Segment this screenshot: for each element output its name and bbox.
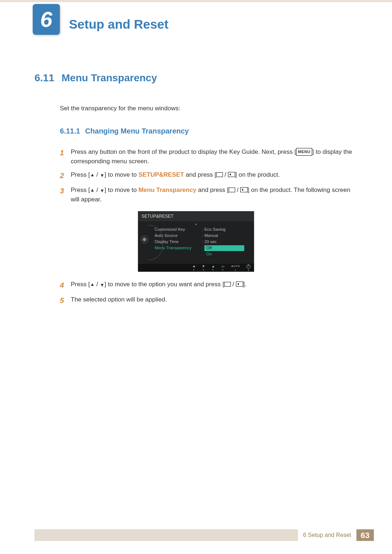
footer-page-number: 63 (356, 529, 374, 541)
osd-scroll-up-icon: ▲ (195, 222, 197, 226)
down-arrow-icon: ▼ (100, 172, 105, 179)
osd-footer: ◄▾ ▼▾ ▲▾ ▭▾ AUTO▾ ▾ (138, 264, 254, 272)
menu-button-icon: MENU (296, 148, 312, 156)
page-footer: 6 Setup and Reset 63 (34, 529, 374, 541)
step-text: Press [▲ / ▼] to move to SETUP&RESET and… (71, 170, 358, 181)
osd-option-off: Off (204, 245, 244, 251)
top-rule (0, 0, 392, 2)
down-arrow-icon: ▼ (100, 187, 105, 194)
subsection-title: Changing Menu Transparency (85, 127, 189, 135)
step-2: 2 Press [▲ / ▼] to move to SETUP&RESET a… (60, 170, 358, 181)
step-text: Press any button on the front of the pro… (71, 147, 358, 166)
steps-list: 1 Press any button on the front of the p… (60, 147, 358, 204)
up-arrow-icon: ▲ (90, 281, 95, 288)
step-5: 5 The selected option will be applied. (60, 295, 358, 306)
step-number: 2 (60, 170, 71, 181)
osd-power-icon: ▾ (246, 264, 250, 271)
osd-nav-back-icon: ◄▾ (192, 265, 195, 271)
section-title: Menu Transparency (62, 72, 157, 83)
subsection-number: 6.11.1 (60, 127, 80, 135)
gear-icon (141, 236, 148, 243)
enter-icon (240, 187, 248, 192)
step-text: The selected option will be applied. (71, 295, 358, 306)
section-intro: Set the transparency for the menu window… (60, 104, 358, 113)
osd-body: ▲ Customized Key Auto Source Display Tim… (138, 221, 254, 264)
step-1: 1 Press any button on the front of the p… (60, 147, 358, 166)
source-icon (216, 172, 223, 177)
chapter-title: Setup and Reset (69, 8, 392, 34)
page-content: 6.11Menu Transparency Set the transparen… (34, 70, 358, 306)
osd-nav-enter-icon: ▭▾ (221, 265, 225, 271)
osd-left-panel (138, 221, 151, 257)
keyword-menu-transparency: Menu Transparency (138, 186, 196, 193)
osd-auto-label: AUTO▾ (231, 264, 240, 271)
enter-icon (228, 172, 235, 177)
step-number: 4 (60, 280, 71, 291)
chapter-number: 6 (40, 3, 52, 36)
section-heading: 6.11Menu Transparency (34, 70, 358, 86)
osd-value: :Manual (202, 233, 247, 239)
source-icon (224, 282, 231, 287)
steps-list-continued: 4 Press [▲ / ▼] to move to the option yo… (60, 280, 358, 306)
step-text: Press [▲ / ▼] to move to Menu Transparen… (71, 185, 358, 204)
up-arrow-icon: ▲ (90, 171, 95, 178)
step-number: 3 (60, 185, 71, 204)
keyword-setup-reset: SETUP&RESET (138, 171, 184, 178)
osd-value: :20 sec (202, 239, 247, 245)
footer-bar (34, 529, 298, 541)
step-text: Press [▲ / ▼] to move to the option you … (71, 280, 358, 291)
step-number: 5 (60, 295, 71, 306)
osd-nav-up-icon: ▲▾ (212, 265, 215, 271)
subsection-heading: 6.11.1Changing Menu Transparency (60, 126, 358, 136)
osd-screenshot: SETUP&RESET ▲ Customized Key Auto Source… (138, 211, 254, 272)
step-number: 1 (60, 147, 71, 166)
source-icon (229, 188, 235, 192)
osd-nav-down-icon: ▼▾ (202, 265, 205, 271)
step-4: 4 Press [▲ / ▼] to move to the option yo… (60, 280, 358, 291)
osd-option-on: On (204, 251, 213, 257)
chapter-badge: 6 (33, 4, 60, 35)
osd-value-option: :On (202, 251, 247, 257)
step-3: 3 Press [▲ / ▼] to move to Menu Transpar… (60, 185, 358, 204)
chapter-header: 6 Setup and Reset (0, 8, 392, 34)
section-number: 6.11 (34, 72, 54, 83)
osd-value: :Eco Saving (202, 226, 247, 233)
osd-title: SETUP&RESET (138, 211, 254, 221)
osd-row-customized-key: Customized Key (155, 226, 202, 233)
enter-icon (236, 282, 243, 287)
osd-value-list: :Eco Saving :Manual :20 sec :Off :On (202, 221, 247, 257)
osd-value-selected: :Off (202, 245, 247, 251)
up-arrow-icon: ▲ (90, 186, 95, 194)
down-arrow-icon: ▼ (100, 282, 105, 289)
footer-label: 6 Setup and Reset (298, 529, 356, 541)
